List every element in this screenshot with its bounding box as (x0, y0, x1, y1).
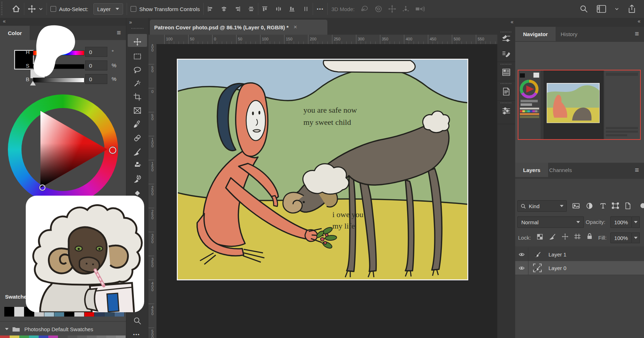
hue-ring-marker[interactable] (109, 147, 116, 154)
ruler-origin[interactable] (148, 35, 157, 44)
brush-tool-icon[interactable] (133, 148, 142, 156)
crop-tool-icon[interactable] (133, 93, 142, 101)
swatch-group-row[interactable]: Photoshop Default Swatches (0, 321, 126, 337)
blend-mode-dropdown[interactable]: Normal (517, 216, 584, 228)
saturation-input[interactable]: 0 (85, 60, 107, 70)
comments-panel-icon[interactable] (502, 87, 511, 96)
lasso-tool-icon[interactable] (133, 66, 142, 74)
tab-color[interactable]: Color (0, 26, 30, 40)
move-icon[interactable] (28, 5, 36, 13)
layer-thumbnail[interactable] (531, 264, 543, 272)
fill-input[interactable]: 100% (610, 232, 632, 243)
panel-menu-icon[interactable]: ≡ (635, 30, 639, 38)
visibility-toggle[interactable] (515, 248, 528, 261)
document-tab[interactable]: Patreon Cover photo.psd @ 86.1% (Layer 0… (150, 20, 327, 35)
history-brush-tool-icon[interactable] (133, 175, 142, 183)
camera-3d-icon[interactable] (415, 6, 425, 12)
brush-settings-panel-icon[interactable] (502, 34, 511, 43)
edit-toolbar-icon[interactable]: ••• (133, 332, 140, 337)
align-bottom-edges-icon[interactable] (289, 6, 296, 12)
align-left-edges-icon[interactable] (207, 6, 214, 12)
swatch[interactable] (14, 307, 24, 317)
more-options-icon[interactable]: ••• (317, 6, 324, 12)
swatch[interactable] (10, 335, 19, 338)
swatch[interactable] (68, 335, 77, 338)
swatch[interactable] (39, 335, 48, 338)
triangle-marker[interactable] (39, 185, 45, 191)
eyedropper-tool-icon[interactable] (133, 120, 142, 128)
slide-3d-icon[interactable] (402, 5, 410, 13)
close-tab-icon[interactable]: × (294, 24, 297, 31)
filter-kind-dropdown[interactable]: Kind (517, 200, 567, 212)
align-vertical-centers-icon[interactable] (248, 6, 254, 12)
properties-panel-icon[interactable] (502, 107, 511, 115)
navigator-thumbnail[interactable] (518, 70, 641, 140)
pan-3d-icon[interactable] (388, 5, 396, 13)
swatch[interactable] (19, 335, 29, 338)
swatch[interactable] (29, 335, 39, 338)
color-wheel[interactable] (8, 94, 118, 205)
auto-select-checkbox[interactable] (50, 6, 56, 12)
tab-channels[interactable]: Channels (541, 163, 580, 177)
filter-shape-layers-icon[interactable] (612, 202, 619, 209)
workspace-icon[interactable] (597, 5, 606, 13)
search-icon[interactable] (580, 5, 588, 13)
panel-menu-icon[interactable]: ≡ (635, 166, 639, 174)
healing-brush-tool-icon[interactable] (133, 134, 142, 142)
distribute-horizontal-centers-icon[interactable] (275, 6, 282, 12)
tab-history[interactable]: History (553, 27, 585, 41)
filter-type-layers-icon[interactable] (600, 202, 606, 209)
dock-grip[interactable] (501, 102, 512, 103)
hue-input[interactable]: 0 (85, 47, 107, 57)
collapse-panel-icon[interactable]: « (3, 18, 5, 24)
canvas-area[interactable]: 10050050100150200250300350400450500550 1… (148, 35, 497, 338)
opacity-scrubber[interactable] (632, 216, 640, 228)
dock-grip[interactable] (501, 83, 512, 84)
dock-grip[interactable] (501, 64, 512, 65)
swatch[interactable] (4, 307, 14, 317)
show-transform-checkbox[interactable] (131, 6, 136, 12)
fill-scrubber[interactable] (632, 232, 640, 243)
lock-position-icon[interactable] (562, 233, 569, 240)
lock-artboard-icon[interactable] (574, 234, 581, 240)
zoom-tool-icon[interactable] (133, 317, 142, 325)
clone-stamp-tool-icon[interactable] (133, 161, 142, 170)
swatch[interactable] (77, 335, 87, 338)
swatch[interactable] (97, 335, 106, 338)
move-tool-icon[interactable] (133, 38, 142, 46)
magic-wand-tool-icon[interactable] (133, 79, 142, 88)
visibility-toggle[interactable] (515, 261, 528, 275)
horizontal-ruler[interactable]: 10050050100150200250300350400450500550 (156, 35, 497, 44)
expand-toolbar-icon[interactable]: » (129, 19, 131, 25)
swatch[interactable] (116, 335, 126, 338)
home-icon[interactable] (12, 5, 20, 13)
opacity-input[interactable]: 100% (610, 216, 632, 228)
lock-all-icon[interactable] (587, 233, 592, 240)
panel-menu-icon[interactable]: ≡ (117, 29, 121, 37)
align-horizontal-centers-icon[interactable] (221, 6, 227, 12)
layer-row-1[interactable]: Layer 1 (515, 248, 644, 261)
swatch[interactable] (0, 335, 10, 338)
frame-tool-icon[interactable] (133, 106, 142, 115)
share-icon[interactable] (628, 5, 636, 13)
collapse-dock-icon[interactable]: « (511, 19, 513, 25)
tab-navigator[interactable]: Navigator (515, 27, 556, 41)
filter-toggle-pin-icon[interactable] (638, 202, 644, 209)
roll-3d-icon[interactable] (375, 5, 382, 13)
align-right-edges-icon[interactable] (234, 6, 241, 12)
lock-pixels-icon[interactable] (550, 234, 556, 240)
swatch[interactable] (48, 335, 58, 338)
auto-select-target-dropdown[interactable]: Layer (93, 3, 123, 15)
layer-row-0[interactable]: Layer 0 (515, 261, 644, 275)
brightness-input[interactable]: 0 (85, 74, 107, 84)
swatch[interactable] (87, 335, 97, 338)
chevron-down-icon[interactable] (615, 8, 619, 10)
lock-transparency-icon[interactable] (537, 234, 543, 240)
vertical-ruler[interactable]: 10050050100150200250300350400450500 (148, 44, 157, 338)
filter-adjustment-layers-icon[interactable] (586, 202, 593, 209)
collapse-panel-icon[interactable]: « (638, 18, 640, 24)
swatch[interactable] (58, 335, 68, 338)
chevron-down-icon[interactable] (5, 328, 9, 330)
distribute-vertical-icon[interactable] (303, 6, 309, 12)
brightness-slider-handle[interactable] (30, 81, 36, 85)
